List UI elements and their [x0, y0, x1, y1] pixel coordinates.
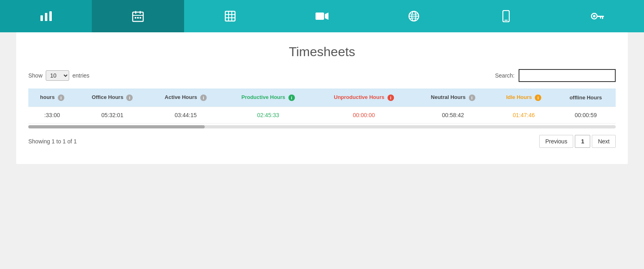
page-title: Timesheets: [28, 44, 616, 59]
tab-mobile[interactable]: [460, 0, 552, 32]
tab-timesheet[interactable]: [184, 0, 276, 32]
entries-select[interactable]: 10 25 50 100: [46, 70, 69, 81]
svg-rect-25: [602, 17, 603, 19]
svg-rect-7: [135, 17, 136, 19]
show-entries-group: Show 10 25 50 100 entries: [28, 70, 89, 81]
search-label: Search:: [495, 72, 515, 79]
svg-rect-3: [133, 12, 143, 21]
cell-offline: 00:00:59: [556, 107, 616, 123]
search-input[interactable]: [519, 69, 616, 82]
col-office-label: Office Hours: [92, 94, 123, 100]
active-info-icon[interactable]: i: [200, 95, 207, 101]
next-button[interactable]: Next: [592, 135, 616, 148]
col-active: Active Hours i: [149, 88, 223, 107]
tab-video[interactable]: [276, 0, 368, 32]
col-productive: Productive Hours i: [222, 88, 314, 107]
svg-point-23: [593, 15, 595, 17]
table-header-row: hours i Office Hours i Active Hours i: [28, 88, 616, 107]
table-scroll-container: hours i Office Hours i Active Hours i: [28, 88, 616, 124]
col-unproductive-label: Unproductive Hours: [334, 94, 384, 100]
svg-marker-16: [325, 13, 328, 20]
page-1-button[interactable]: 1: [575, 135, 590, 148]
table-row: :33:00 05:32:01 03:44:15 02:45:33 00:00:…: [28, 107, 616, 123]
cell-idle: 01:47:46: [492, 107, 556, 123]
col-productive-label: Productive Hours: [241, 94, 285, 100]
col-idle-label: Idle Hours: [506, 94, 532, 100]
tab-chart[interactable]: [0, 0, 92, 32]
col-unproductive: Unproductive Hours i: [314, 88, 414, 107]
svg-rect-15: [316, 13, 324, 20]
scroll-thumb[interactable]: [28, 125, 205, 128]
main-card: Timesheets Show 10 25 50 100 entries Sea…: [16, 32, 628, 164]
col-neutral: Neutral Hours i: [414, 88, 491, 107]
productive-info-icon[interactable]: i: [288, 95, 295, 101]
search-group: Search:: [495, 69, 616, 82]
col-offline: offline Hours: [556, 88, 616, 107]
unproductive-info-icon[interactable]: i: [388, 95, 394, 101]
col-active-label: Active Hours: [165, 94, 197, 100]
cell-neutral: 00:58:42: [414, 107, 491, 123]
svg-rect-9: [140, 17, 141, 19]
cell-productive: 02:45:33: [222, 107, 314, 123]
svg-rect-0: [40, 15, 43, 21]
svg-rect-2: [49, 11, 52, 21]
svg-rect-8: [137, 17, 139, 19]
entries-label: entries: [72, 72, 89, 79]
page-wrapper: Timesheets Show 10 25 50 100 entries Sea…: [0, 0, 644, 269]
idle-info-icon[interactable]: i: [535, 95, 541, 101]
top-nav: [0, 0, 644, 32]
cell-hours: :33:00: [28, 107, 76, 123]
svg-rect-26: [600, 17, 601, 19]
svg-rect-4: [135, 11, 136, 14]
controls-row: Show 10 25 50 100 entries Search:: [28, 69, 616, 82]
scroll-track[interactable]: [28, 125, 616, 128]
cell-office: 05:32:01: [76, 107, 149, 123]
show-label: Show: [28, 72, 42, 79]
office-info-icon[interactable]: i: [126, 95, 133, 101]
tab-key[interactable]: [552, 0, 644, 32]
neutral-info-icon[interactable]: i: [469, 95, 475, 101]
tab-calendar[interactable]: [92, 0, 184, 32]
col-offline-label: offline Hours: [570, 95, 602, 101]
col-hours: hours i: [28, 88, 76, 107]
cell-unproductive: 00:00:00: [314, 107, 414, 123]
timesheets-table: hours i Office Hours i Active Hours i: [28, 88, 616, 124]
col-neutral-label: Neutral Hours: [431, 94, 466, 100]
pagination-row: Showing 1 to 1 of 1 Previous 1 Next: [28, 135, 616, 148]
hours-info-icon[interactable]: i: [58, 95, 64, 101]
svg-rect-10: [225, 11, 235, 21]
pagination-controls: Previous 1 Next: [539, 135, 616, 148]
showing-text: Showing 1 to 1 of 1: [28, 138, 77, 145]
previous-button[interactable]: Previous: [539, 135, 573, 148]
col-hours-label: hours: [40, 94, 55, 100]
col-idle: Idle Hours i: [492, 88, 556, 107]
tab-globe[interactable]: [368, 0, 460, 32]
col-office: Office Hours i: [76, 88, 149, 107]
svg-rect-5: [140, 11, 141, 14]
svg-rect-24: [597, 16, 604, 17]
svg-rect-1: [45, 13, 47, 21]
cell-active: 03:44:15: [149, 107, 223, 123]
